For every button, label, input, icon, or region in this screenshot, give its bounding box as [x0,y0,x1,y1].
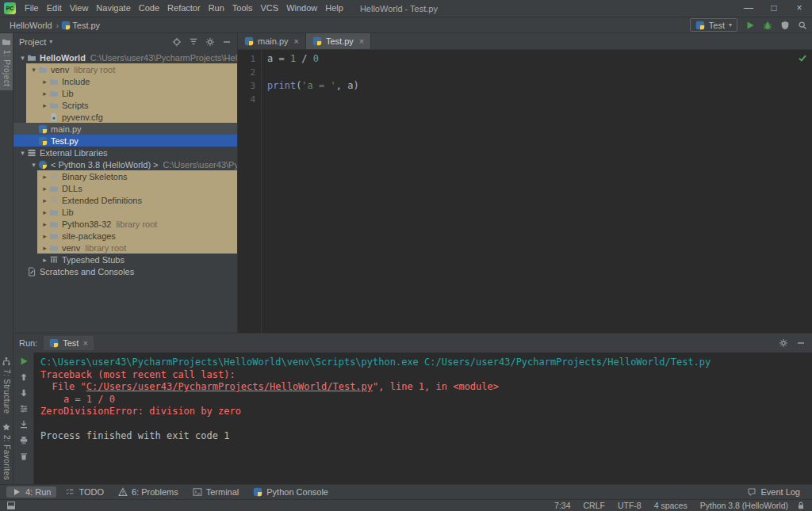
run-tab-test[interactable]: Test × [44,336,94,350]
menu-help[interactable]: Help [321,0,347,17]
tree-row-python38-32[interactable]: ▸Python38-32library root [13,218,237,230]
menu-file[interactable]: File [21,0,43,17]
tree-row-site-packages[interactable]: ▸site-packages [13,230,237,242]
debug-button[interactable] [763,21,772,30]
editor[interactable]: 1234 a = 1 / 0print('a = ', a) [238,50,812,333]
tree-row-extended-definitions[interactable]: ▸Extended Definitions [13,194,237,206]
rerun-button[interactable] [19,357,29,366]
expand-arrow-icon[interactable]: ▸ [40,101,49,109]
tree-item-hint: library root [74,65,115,74]
menu-refactor[interactable]: Refactor [163,0,205,17]
tree-row-helloworld[interactable]: ▾HelloWorldC:\Users\user43\PycharmProjec… [13,51,237,63]
expand-arrow-icon[interactable]: ▾ [18,54,27,62]
expand-arrow-icon[interactable]: ▸ [40,173,49,181]
project-view-selector[interactable]: Project ▾ [19,37,52,47]
status-item-0[interactable]: 7:34 [554,501,570,510]
tree-row-lib[interactable]: ▸Lib [13,206,237,218]
expand-arrow-icon[interactable]: ▸ [40,78,49,86]
run-button[interactable] [745,21,755,30]
editor-tab-test-py[interactable]: Test.py× [306,33,371,49]
run-console[interactable]: C:\Users\user43\PycharmProjects\HelloWor… [34,353,812,484]
tree-item-label: External Libraries [40,148,108,158]
expand-arrow-icon[interactable]: ▸ [40,208,49,216]
print-button[interactable] [19,436,29,445]
expand-arrow-icon[interactable]: ▸ [40,185,49,193]
menu-vcs[interactable]: VCS [257,0,283,17]
status-item-4[interactable]: Python 3.8 (HelloWorld) [700,501,788,510]
status-item-2[interactable]: UTF-8 [618,501,642,510]
search-everywhere-icon[interactable] [798,21,807,30]
tree-row-main-py[interactable]: main.py [13,123,237,135]
tree-row-external-libraries[interactable]: ▾External Libraries [13,147,237,158]
breadcrumb-project[interactable]: HelloWorld [8,21,54,30]
menu-window[interactable]: Window [282,0,321,17]
python-file-icon [49,338,59,348]
favorites-stripe-button[interactable]: 2: Favorites [0,418,13,484]
down-button[interactable] [19,388,29,398]
tree-row-lib[interactable]: ▸Lib [13,87,237,99]
tool-window-toggle-icon[interactable] [6,501,16,510]
close-icon[interactable]: × [82,338,87,348]
close-icon[interactable]: × [359,36,364,46]
close-button[interactable]: × [787,0,812,17]
settings-button[interactable] [19,404,29,414]
expand-arrow-icon[interactable]: ▸ [40,232,49,240]
toolwindow-label: 6: Problems [132,487,178,497]
expand-arrow-icon[interactable]: ▸ [40,256,49,264]
tree-row-pyvenv-cfg[interactable]: pyvenv.cfg [13,111,237,123]
tree-row-venv[interactable]: ▸venvlibrary root [13,242,237,254]
menu-code[interactable]: Code [135,0,163,17]
menu-view[interactable]: View [66,0,93,17]
menu-run[interactable]: Run [205,0,228,17]
minimize-button[interactable]: — [736,0,761,17]
expand-arrow-icon[interactable]: ▸ [40,196,49,204]
coverage-button[interactable] [780,21,790,30]
expand-arrow-icon[interactable]: ▸ [40,244,49,252]
clear-button[interactable] [19,452,29,461]
expand-arrow-icon[interactable]: ▾ [18,149,27,157]
expand-arrow-icon[interactable]: ▸ [40,220,49,228]
toolwindow-button-4-run[interactable]: 4: Run [6,486,56,498]
toolwindow-button-6-problems[interactable]: 6: Problems [113,486,184,498]
status-item-1[interactable]: CRLF [584,501,605,510]
close-icon[interactable]: × [294,36,299,46]
expand-arrow-icon[interactable]: ▾ [29,161,38,169]
tree-row-scripts[interactable]: ▸Scripts [13,99,237,111]
run-config-selector[interactable]: Test ▾ [690,18,737,32]
console-line: Traceback (most recent call last): [40,369,812,382]
tree-row-typeshed-stubs[interactable]: ▸Typeshed Stubs [13,254,237,265]
view-options-icon[interactable] [189,37,198,47]
editor-code[interactable]: a = 1 / 0print('a = ', a) [262,50,359,333]
tree-row-venv[interactable]: ▾venvlibrary root [13,63,237,75]
scroll-button[interactable] [19,420,29,429]
gear-icon[interactable] [779,338,788,348]
toolwindow-button-todo[interactable]: TODO [59,486,109,498]
tree-row-dlls[interactable]: ▸DLLs [13,182,237,194]
project-stripe-button[interactable]: 1: Project [0,33,13,90]
menu-tools[interactable]: Tools [228,0,257,17]
tree-row-scratches-and-consoles[interactable]: Scratches and Consoles [13,265,237,277]
traceback-file-link[interactable]: C:/Users/user43/PycharmProjects/HelloWor… [86,381,373,392]
up-button[interactable] [19,372,29,382]
toolwindow-button-terminal[interactable]: Terminal [187,486,245,498]
gear-icon[interactable] [205,37,215,47]
toolwindow-button-python-console[interactable]: Python Console [247,486,334,498]
tree-row-binary-skeletons[interactable]: ▸Binary Skeletons [13,170,237,182]
status-item-3[interactable]: 4 spaces [654,501,688,510]
tree-row-include[interactable]: ▸Include [13,75,237,87]
maximize-button[interactable]: □ [761,0,787,17]
toolwindow-button-event-log[interactable]: Event Log [741,486,806,498]
tree-row-test-py[interactable]: Test.py [13,135,237,147]
hide-panel-icon[interactable] [796,338,806,348]
expand-arrow-icon[interactable]: ▾ [29,66,38,74]
hide-panel-icon[interactable] [222,37,232,47]
locate-file-icon[interactable] [172,37,182,47]
menu-navigate[interactable]: Navigate [92,0,134,17]
breadcrumb-file[interactable]: Test.py [71,21,102,30]
tree-row-python-3-8-helloworld[interactable]: ▾< Python 3.8 (HelloWorld) >C:\Users\use… [13,158,237,170]
menu-edit[interactable]: Edit [43,0,66,17]
structure-stripe-button[interactable]: 7: Structure [0,353,13,418]
editor-tab-main-py[interactable]: main.py× [238,33,306,49]
lock-icon[interactable] [796,501,806,510]
expand-arrow-icon[interactable]: ▸ [40,90,49,97]
